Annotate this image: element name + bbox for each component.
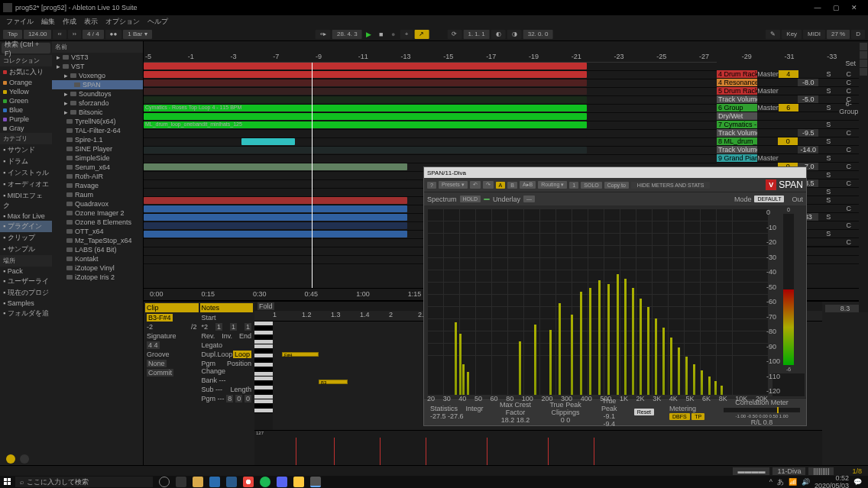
span-presets[interactable]: Presets ▾ — [439, 181, 468, 189]
category-item[interactable]: ▪ MIDIエフェク — [0, 190, 52, 212]
mixer-track-row[interactable]: 7 Cymatics - ▾S — [717, 121, 859, 129]
span-hold-on[interactable] — [484, 199, 490, 200]
punch-out[interactable]: ◑ — [507, 30, 522, 39]
nudge-up[interactable]: ›› — [68, 30, 81, 39]
tree-item[interactable]: TAL-Filter-2-64 — [52, 126, 143, 135]
tree-item[interactable]: Mz_TapeStop_x64 — [52, 236, 143, 245]
piano-keyboard[interactable] — [254, 322, 273, 430]
menu-options[interactable]: オプション — [105, 17, 140, 27]
category-item[interactable]: ▪ ドラム — [0, 156, 52, 167]
tree-item[interactable]: Kontakt — [52, 254, 143, 263]
category-item[interactable]: ▪ プラグイン — [0, 221, 52, 232]
menu-view[interactable]: 表示 — [84, 17, 98, 27]
mixer-track-row[interactable]: 4 Resonance A ▾-8.0C — [717, 79, 859, 87]
span-hold[interactable]: HOLD — [460, 196, 481, 202]
audio-clip[interactable]: Cymatics - Roses Top Loop 4 - 115 BPM — [144, 105, 587, 111]
span-solo[interactable]: SOLO — [581, 182, 601, 189]
audio-clip[interactable]: ML_drum_loop_onebandit_minihats_125 — [144, 121, 587, 128]
quantize-menu[interactable]: 1 Bar ▾ — [123, 30, 151, 39]
playhead[interactable] — [312, 63, 313, 288]
stop-button[interactable]: ■ — [376, 29, 387, 40]
tree-item[interactable]: ▸ sforzando — [52, 99, 143, 108]
tree-item[interactable]: Ravage — [52, 181, 143, 190]
span-mode-default[interactable]: DEFAULT — [754, 196, 784, 202]
audio-clip[interactable] — [144, 130, 587, 137]
wifi-icon[interactable]: 📶 — [789, 478, 797, 486]
tree-item[interactable]: LABS (64 Bit) — [52, 245, 143, 254]
loop-button[interactable]: ⟳ — [447, 30, 462, 39]
menu-help[interactable]: ヘルプ — [147, 17, 168, 27]
tree-item[interactable]: iZotope Vinyl — [52, 263, 143, 273]
device-name[interactable]: 11-Diva — [772, 467, 805, 475]
commit-button[interactable]: Commit — [147, 369, 173, 377]
span-plugin-window[interactable]: SPAN/11-Diva ? Presets ▾ ↶ ↷ A B A▸B Rou… — [423, 166, 807, 426]
clip-view-toggle[interactable] — [6, 454, 15, 464]
midi-note[interactable]: F#4 — [282, 352, 319, 357]
record-button[interactable]: ● — [388, 29, 399, 40]
device-view-toggle[interactable] — [20, 454, 29, 464]
mixer-track-row[interactable]: 5 Drum RackMasterSC — [717, 87, 859, 95]
audio-clip[interactable] — [144, 63, 587, 69]
audio-clip[interactable] — [144, 205, 407, 212]
span-reset[interactable]: Reset — [634, 409, 654, 415]
clock-date[interactable]: 2020/05/03 — [815, 482, 849, 488]
menu-create[interactable]: 作成 — [63, 17, 76, 27]
tree-item[interactable]: SINE Player — [52, 144, 143, 154]
maximize-button[interactable]: ▢ — [831, 3, 840, 12]
span-undo[interactable]: ↶ — [470, 181, 481, 189]
tree-item[interactable]: ▸ VST3 — [52, 53, 143, 62]
audio-clip[interactable] — [144, 71, 587, 78]
tree-item[interactable]: SimpleSide — [52, 154, 143, 163]
audio-clip[interactable] — [144, 155, 587, 162]
tree-item[interactable]: SPAN — [52, 80, 143, 89]
time-signature[interactable]: 4 / 4 — [83, 30, 104, 39]
overdub-button[interactable]: + — [400, 30, 413, 39]
follow-button[interactable]: «▸ — [316, 30, 331, 39]
position-display[interactable]: 28. 4. 3 — [332, 30, 362, 39]
mixer-track-row[interactable]: 4 Drum RackMaster4SC — [717, 70, 859, 79]
fold-button[interactable]: Fold — [257, 302, 274, 310]
tray-expand[interactable]: ^ — [769, 478, 772, 486]
minimize-button[interactable]: — — [813, 3, 822, 12]
collection-item[interactable]: Purple — [0, 115, 52, 124]
menu-edit[interactable]: 編集 — [41, 17, 55, 27]
spectrum-display[interactable]: 2030405060801002003004005001K2K3K4K5K6K8… — [427, 208, 768, 395]
span-help[interactable]: ? — [427, 182, 436, 189]
loop-start[interactable]: 1. 1. 1 — [463, 30, 489, 39]
taskview-icon[interactable] — [176, 477, 186, 487]
tree-item[interactable]: TyrellN6(x64) — [52, 117, 143, 126]
edge-icon[interactable] — [209, 477, 220, 487]
audio-clip[interactable] — [144, 147, 587, 154]
midi-note[interactable]: B3 — [319, 380, 348, 384]
tap-button[interactable]: Tap — [3, 30, 22, 39]
collection-item[interactable]: Gray — [0, 124, 52, 133]
tree-item[interactable]: ▸ Voxengo — [52, 71, 143, 80]
ableton-icon[interactable] — [310, 477, 321, 487]
audio-clip[interactable] — [144, 163, 407, 170]
ime-icon[interactable]: あ — [777, 477, 784, 487]
span-b[interactable]: B — [507, 182, 517, 189]
store-icon[interactable] — [226, 477, 237, 487]
tree-item[interactable]: Quadravox — [52, 199, 143, 208]
tree-item[interactable]: Serum_x64 — [52, 163, 143, 172]
io-toggle[interactable] — [860, 43, 867, 50]
collection-item[interactable]: Green — [0, 96, 52, 105]
chrome-icon[interactable] — [243, 477, 254, 487]
key-map[interactable]: Key — [782, 30, 802, 39]
mixer-track-row[interactable]: Track Volume ▾-5.0C — [717, 95, 859, 104]
mixer-track-row[interactable]: 8 ML_drum_0S — [717, 137, 859, 146]
bpm-field[interactable]: 124.00 — [24, 30, 51, 39]
taskbar-search[interactable]: ⌕ ここに入力して検索 — [15, 477, 153, 487]
collection-item[interactable]: Orange — [0, 78, 52, 87]
collection-item[interactable]: お気に入り — [0, 66, 52, 78]
category-item[interactable]: ▪ オーディオエ — [0, 179, 52, 190]
tree-item[interactable]: Ozone 8 Elements — [52, 218, 143, 227]
audio-clip[interactable] — [241, 138, 295, 145]
mixer-toggle[interactable] — [860, 68, 867, 76]
span-redo[interactable]: ↷ — [483, 181, 494, 189]
notes-icon[interactable] — [293, 477, 304, 487]
automation-arm[interactable]: ↗ — [414, 30, 429, 39]
tree-item[interactable]: Roth-AIR — [52, 172, 143, 181]
punch-in[interactable]: ◐ — [491, 30, 506, 39]
clip-name[interactable]: B3-F#4 — [147, 314, 173, 322]
